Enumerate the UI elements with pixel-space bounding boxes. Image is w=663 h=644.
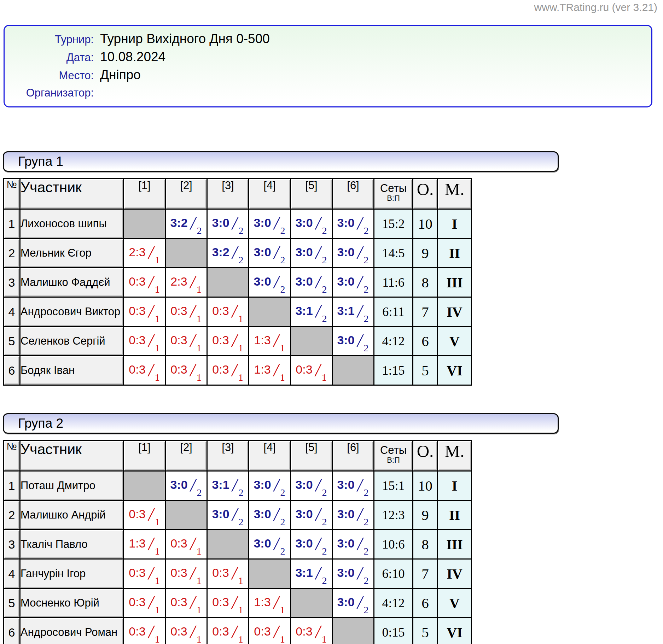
group-title: Група 2	[3, 413, 559, 434]
table-row: 5Мосненко Юрій0:3/10:3/10:3/11:3/13:0/24…	[4, 589, 472, 618]
score-content: 1:3/1	[249, 358, 290, 383]
match-score: 3:0	[212, 508, 229, 520]
tournament-label: Турнир:	[5, 31, 94, 48]
points-fraction: /1	[147, 246, 160, 265]
points-fraction: /1	[314, 625, 327, 644]
score-content: 3:0/2	[291, 532, 332, 557]
score-cell: 3:0/2	[207, 209, 249, 239]
organizer-label: Организатор:	[5, 84, 94, 101]
table-row: 1Поташ Дмитро3:0/23:1/23:0/23:0/23:0/215…	[4, 471, 472, 500]
info-row-date: Дата: 10.08.2024	[5, 48, 651, 66]
match-score: 3:0	[337, 508, 354, 520]
score-cell: 0:3/1	[165, 356, 207, 385]
score-cell: 0:3/1	[165, 327, 207, 356]
match-points: 2	[364, 605, 369, 615]
score-cell: 0:3/1	[249, 618, 291, 644]
date-label: Дата:	[5, 49, 94, 66]
fraction-slash: /	[149, 302, 153, 321]
column-header-round-2: [2]	[165, 441, 207, 471]
fraction-slash: /	[149, 273, 153, 291]
table-row: 5Селенков Сергій0:3/10:3/10:3/11:3/13:0/…	[4, 327, 472, 356]
participant-name: Андросович Роман	[20, 618, 124, 644]
score-content: 3:0/2	[333, 562, 373, 586]
score-content: 0:3/1	[208, 329, 248, 353]
fraction-slash: /	[190, 273, 195, 291]
fraction-slash: /	[149, 244, 153, 262]
match-points: 1	[322, 373, 327, 382]
match-points: 2	[239, 255, 244, 265]
match-score: 0:3	[296, 625, 312, 638]
column-header-participant: Участник	[20, 179, 124, 209]
info-row-organizer: Организатор:	[5, 84, 651, 101]
score-content: 3:1/2	[208, 474, 248, 498]
score-content: 3:0/2	[249, 532, 290, 557]
match-score: 3:1	[295, 304, 313, 317]
table-row: 2Малишко Андрій0:3/13:0/23:0/23:0/23:0/2…	[4, 500, 472, 530]
match-score: 3:0	[254, 508, 271, 520]
sets-cell: 0:15	[374, 618, 413, 644]
points-fraction: /2	[356, 478, 369, 498]
match-score: 0:3	[170, 363, 187, 376]
sets-cell: 10:6	[374, 530, 413, 559]
participant-name: Ганчурін Ігор	[20, 559, 124, 589]
points-fraction: /2	[356, 566, 369, 586]
match-points: 2	[364, 343, 369, 353]
score-cell: 0:3/1	[207, 327, 249, 356]
row-number-cell: 3	[4, 268, 20, 297]
match-points: 1	[322, 634, 327, 644]
match-points: 1	[155, 255, 160, 265]
match-score: 0:3	[170, 537, 187, 550]
fraction-slash: /	[232, 476, 237, 494]
score-cell: 0:3/1	[165, 559, 207, 589]
score-content: 3:1/2	[291, 562, 332, 586]
match-score: 3:0	[337, 216, 354, 229]
score-content: 3:0/2	[249, 503, 290, 527]
fraction-slash: /	[316, 214, 321, 233]
fraction-slash: /	[357, 535, 362, 553]
column-header-round-6: [6]	[332, 179, 374, 209]
score-cell: 1:3/1	[249, 356, 291, 385]
score-cell: 0:3/1	[124, 327, 165, 356]
place-cell: II	[438, 239, 472, 268]
fraction-slash: /	[232, 623, 237, 641]
points-fraction: /2	[315, 508, 327, 527]
score-content: 0:3/1	[166, 532, 207, 557]
points-fraction: /1	[231, 334, 244, 353]
column-header-round-1: [1]	[124, 441, 165, 471]
table-row: 6Бодяк Іван0:3/10:3/10:3/11:3/10:3/11:15…	[4, 356, 472, 385]
sets-cell: 15:2	[374, 209, 413, 239]
score-cell: 3:1/2	[207, 471, 249, 500]
fraction-slash: /	[316, 535, 321, 553]
fraction-slash: /	[357, 332, 362, 350]
match-score: 0:3	[170, 566, 187, 579]
points-fraction: /2	[231, 246, 244, 265]
group-section-2: Група 2№Участник[1][2][3][4][5][6]СетыВ:…	[3, 413, 663, 644]
points-fraction: /2	[273, 537, 286, 557]
match-points: 2	[322, 226, 327, 236]
site-watermark: www.TRating.ru (ver 3.21)	[534, 1, 657, 13]
score-content: 0:3/1	[166, 300, 207, 324]
score-content: 0:3/1	[208, 620, 248, 644]
page: { "watermark": "www.TRating.ru (ver 3.21…	[0, 0, 663, 644]
match-points: 2	[197, 226, 202, 236]
match-points: 2	[280, 546, 285, 556]
score-content: 3:0/2	[208, 212, 248, 236]
points-cell: 7	[413, 559, 438, 589]
match-points: 1	[280, 373, 285, 382]
score-content: 3:0/2	[208, 503, 248, 527]
points-fraction: /2	[315, 566, 327, 586]
score-content: 0:3/1	[124, 300, 165, 324]
points-cell: 9	[413, 239, 438, 268]
points-fraction: /1	[189, 625, 202, 644]
points-fraction: /1	[231, 304, 244, 324]
points-fraction: /1	[314, 363, 327, 383]
score-cell: 3:0/2	[332, 530, 374, 559]
match-score: 0:3	[296, 363, 312, 376]
fraction-slash: /	[274, 535, 279, 553]
participant-name: Ткаліч Павло	[20, 530, 124, 559]
score-cell: 0:3/1	[207, 356, 249, 385]
fraction-slash: /	[232, 564, 237, 582]
fraction-slash: /	[232, 302, 237, 321]
fraction-slash: /	[149, 332, 153, 350]
place-cell: IV	[438, 297, 472, 327]
